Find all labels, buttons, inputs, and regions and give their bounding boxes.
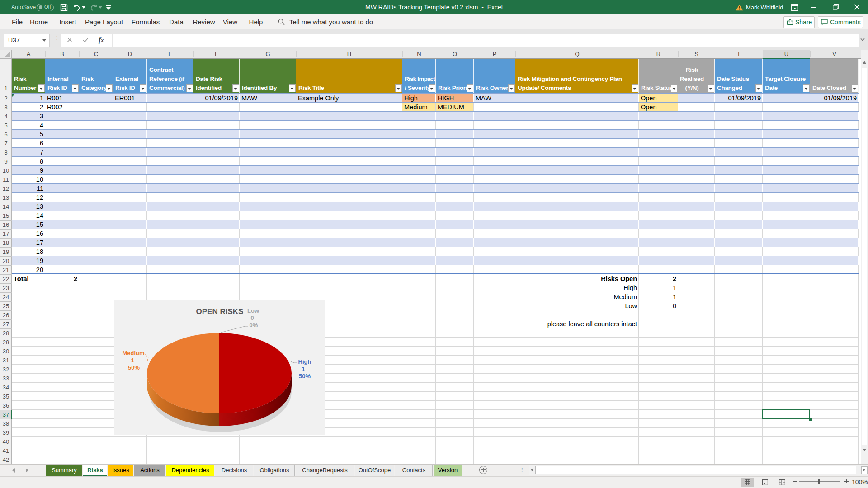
svg-text:0%: 0% [250,322,258,328]
svg-text:OPEN RISKS: OPEN RISKS [196,307,244,316]
svg-text:Low: Low [247,307,259,314]
svg-text:1: 1 [302,366,305,372]
svg-text:0: 0 [250,314,254,321]
svg-text:50%: 50% [128,364,140,371]
svg-text:High: High [298,358,311,365]
svg-text:50%: 50% [299,373,311,380]
svg-text:Medium: Medium [122,350,144,357]
svg-text:1: 1 [131,357,134,364]
